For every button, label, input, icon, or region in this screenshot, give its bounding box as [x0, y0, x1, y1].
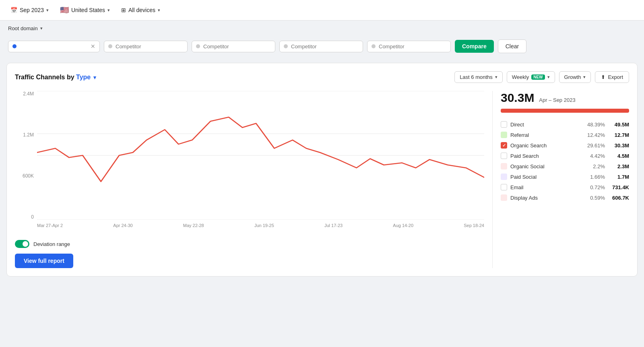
channel-pct-2: 29.61%	[584, 143, 605, 149]
root-domain-label: Root domain	[8, 25, 38, 31]
channel-checkbox-7[interactable]	[501, 194, 507, 201]
channel-name-7: Display Ads	[510, 195, 581, 201]
channel-name-5: Paid Social	[510, 174, 581, 180]
compare-button[interactable]: Compare	[455, 40, 494, 53]
device-label: All devices	[128, 7, 155, 13]
x-label-6: Aug 14-20	[393, 223, 413, 228]
y-label-600k: 600K	[23, 173, 34, 179]
card-header: Traffic Channels by Type ▾ Last 6 months…	[15, 71, 629, 83]
x-label-1: Mar 27-Apr 2	[37, 223, 63, 228]
y-label-1.2m: 1.2M	[23, 132, 34, 138]
channel-pct-1: 12.42%	[584, 132, 605, 138]
channel-list: Direct48.39%49.5MReferral12.42%12.7MOrga…	[501, 119, 629, 203]
chart-right: 30.3M Apr – Sep 2023 Direct48.39%49.5MRe…	[492, 91, 629, 268]
chart-bottom-row: Deviation range	[15, 240, 484, 248]
chart-left: 2.4M 1.2M 600K 0	[15, 91, 484, 268]
growth-label: Growth	[564, 74, 581, 80]
view-report-button[interactable]: View full report	[15, 254, 73, 268]
card-title: Traffic Channels by Type ▾	[15, 74, 96, 81]
competitor-input-3[interactable]	[203, 43, 271, 50]
channel-pct-4: 2.2%	[584, 163, 605, 169]
channel-val-7: 606.7K	[608, 195, 629, 201]
competitor-input-4-wrap	[279, 41, 363, 52]
x-label-7: Sep 18-24	[464, 223, 484, 228]
competitor-input-1[interactable]	[20, 43, 87, 50]
x-axis: Mar 27-Apr 2 Apr 24-30 May 22-28 Jun 19-…	[37, 220, 484, 236]
y-label-2.4m: 2.4M	[23, 91, 34, 97]
competitor-dot-3	[196, 44, 200, 48]
channel-row-1: Referral12.42%12.7M	[501, 130, 629, 140]
root-domain-button[interactable]: Root domain ▾	[8, 24, 43, 33]
channel-row-6: Email0.72%731.4K	[501, 182, 629, 192]
chart-area: 2.4M 1.2M 600K 0	[15, 91, 629, 268]
channel-val-5: 1.7M	[608, 174, 629, 180]
x-label-4: Jun 19-25	[254, 223, 274, 228]
chevron-down-icon: ▾	[583, 74, 586, 80]
channel-checkbox-1[interactable]	[501, 132, 507, 138]
close-icon-1[interactable]: ✕	[91, 43, 95, 49]
competitor-input-2[interactable]	[116, 43, 183, 50]
chart-container: 2.4M 1.2M 600K 0	[15, 91, 484, 236]
growth-button[interactable]: Growth ▾	[559, 71, 591, 83]
top-bar: 📅 Sep 2023 ▾ 🇺🇸 United States ▾ ⊞ All de…	[0, 0, 644, 21]
header-controls: Last 6 months ▾ Weekly new ▾ Growth ▾ ⬆ …	[454, 71, 629, 83]
channel-pct-3: 4.42%	[584, 153, 605, 159]
channel-checkbox-3[interactable]	[501, 153, 507, 159]
date-range-label: Last 6 months	[460, 74, 493, 80]
channel-val-0: 49.5M	[608, 122, 629, 128]
competitor-input-5[interactable]	[379, 43, 446, 50]
weekly-label: Weekly	[512, 74, 529, 80]
stat-total-row: 30.3M Apr – Sep 2023	[501, 91, 629, 105]
chevron-down-icon: ▾	[158, 8, 160, 13]
date-label: Sep 2023	[20, 7, 44, 13]
channel-name-6: Email	[510, 184, 581, 190]
channel-name-3: Paid Search	[510, 153, 581, 159]
channel-checkbox-2[interactable]	[501, 142, 507, 149]
competitor-dot-4	[284, 44, 288, 48]
stat-total-range: Apr – Sep 2023	[539, 97, 575, 103]
channel-pct-6: 0.72%	[584, 184, 605, 190]
x-label-3: May 22-28	[183, 223, 204, 228]
x-label-2: Apr 24-30	[113, 223, 132, 228]
chevron-down-icon: ▾	[46, 8, 49, 13]
channel-val-1: 12.7M	[608, 132, 629, 138]
channel-row-2: Organic Search29.61%30.3M	[501, 140, 629, 151]
channel-val-3: 4.5M	[608, 153, 629, 159]
competitor-input-2-wrap	[104, 41, 188, 52]
channel-row-5: Paid Social1.66%1.7M	[501, 171, 629, 182]
y-axis: 2.4M 1.2M 600K 0	[15, 91, 37, 220]
new-badge: new	[531, 74, 545, 80]
deviation-toggle[interactable]	[15, 240, 29, 248]
date-picker-button[interactable]: 📅 Sep 2023 ▾	[8, 5, 51, 15]
channel-checkbox-4[interactable]	[501, 163, 507, 169]
chevron-down-icon: ▾	[495, 74, 497, 80]
chart-title-text: Traffic Channels by	[15, 74, 74, 81]
channel-val-4: 2.3M	[608, 163, 629, 169]
competitor-input-5-wrap	[367, 41, 451, 52]
chart-plot	[37, 91, 484, 220]
clear-button[interactable]: Clear	[498, 39, 526, 53]
line-chart-svg	[37, 91, 484, 220]
device-picker-button[interactable]: ⊞ All devices ▾	[119, 5, 163, 15]
country-picker-button[interactable]: 🇺🇸 United States ▾	[58, 4, 112, 16]
competitor-input-4[interactable]	[291, 43, 359, 50]
title-chevron-icon: ▾	[93, 74, 96, 81]
stat-total-value: 30.3M	[501, 91, 534, 104]
country-label: United States	[71, 7, 105, 13]
channel-pct-5: 1.66%	[584, 174, 605, 180]
channel-checkbox-0[interactable]	[501, 121, 507, 128]
type-link[interactable]: Type	[76, 74, 91, 81]
export-button[interactable]: ⬆ Export	[595, 71, 629, 83]
chevron-down-icon: ▾	[107, 8, 110, 13]
channel-name-0: Direct	[510, 122, 581, 128]
x-label-5: Jul 17-23	[324, 223, 343, 228]
weekly-button[interactable]: Weekly new ▾	[507, 71, 555, 83]
y-label-0: 0	[31, 214, 34, 220]
date-range-button[interactable]: Last 6 months ▾	[454, 71, 503, 83]
competitor-input-1-wrap: ✕	[8, 41, 100, 52]
flag-icon: 🇺🇸	[60, 6, 69, 14]
channel-checkbox-6[interactable]	[501, 184, 507, 190]
channel-checkbox-5[interactable]	[501, 174, 507, 180]
channel-row-3: Paid Search4.42%4.5M	[501, 151, 629, 161]
device-icon: ⊞	[121, 7, 126, 13]
